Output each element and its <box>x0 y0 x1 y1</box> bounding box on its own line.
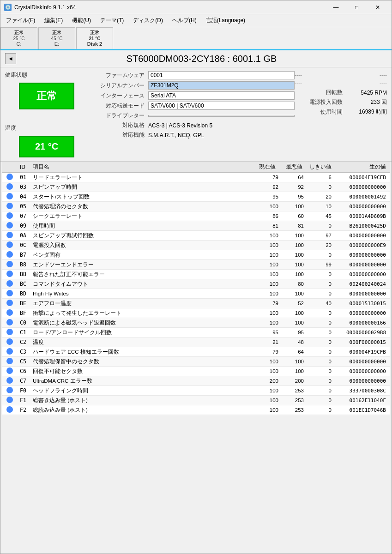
status-dot <box>6 329 13 335</box>
col-current: 現在値 <box>253 162 281 173</box>
dot-cell <box>2 270 17 279</box>
menu-edit[interactable]: 編集(E) <box>40 15 67 26</box>
worst-cell: 100 <box>281 202 307 211</box>
id-cell: C3 <box>17 347 30 357</box>
table-row: F2 総読み込み量 (ホスト) 100 253 0 001EC1D7046B <box>2 405 390 415</box>
maximize-button[interactable]: □ <box>346 0 367 14</box>
disk-tab-disk2-temp: 21 °C <box>82 36 107 41</box>
standard-value: ACS-3 | ACS-3 Revision 5 <box>148 122 295 129</box>
status-dot <box>6 300 13 306</box>
worst-cell: 95 <box>281 192 307 202</box>
menu-disk[interactable]: ディスク(D) <box>128 15 168 26</box>
name-cell: スタート/ストップ回数 <box>30 192 253 202</box>
dot-cell <box>2 367 17 376</box>
raw-cell: 00001A4D609B <box>334 211 390 221</box>
serial-label: シリアルナンバー <box>88 82 148 90</box>
info-right: ---- ---- ---- ---- 回転数 5425 RPM 電源投入回数 … <box>295 71 387 157</box>
worst-cell: 80 <box>281 279 307 289</box>
id-cell: BC <box>17 279 30 289</box>
raw-cell: 002400240024 <box>334 279 390 289</box>
dot-cell <box>2 289 17 299</box>
threshold-cell: 0 <box>307 318 334 328</box>
threshold-cell: 0 <box>307 270 334 279</box>
worst-cell: 100 <box>281 367 307 376</box>
dot-cell <box>2 308 17 318</box>
col-worst: 最悪値 <box>281 162 307 173</box>
main-window: 💿 CrystalDiskInfo 9.1.1 x64 — □ ✕ ファイル(F… <box>0 0 392 554</box>
status-dot <box>6 222 13 229</box>
current-cell: 100 <box>253 318 281 328</box>
dot-cell <box>2 299 17 308</box>
interface-value: Serial ATA <box>148 91 295 100</box>
id-cell: 03 <box>17 182 30 192</box>
table-row: C0 電源断による磁気ヘッド退避回数 100 100 0 00000000016… <box>2 318 390 328</box>
threshold-cell: 40 <box>307 299 334 308</box>
title-bar-controls: — □ ✕ <box>326 0 388 14</box>
disk-tab-c[interactable]: 正常 25 °C C: <box>0 27 37 49</box>
nav-prev-button[interactable]: ◄ <box>5 53 16 64</box>
threshold-cell: 6 <box>307 173 334 182</box>
interface-label: インターフェース <box>88 92 148 100</box>
disk-tab-e[interactable]: 正常 45 °C E: <box>38 27 75 49</box>
status-dot <box>6 348 13 355</box>
disk-tab-c-letter: C: <box>6 41 31 47</box>
close-button[interactable]: ✕ <box>367 0 388 14</box>
disk-tab-c-status: 正常 <box>6 30 31 36</box>
current-cell: 81 <box>253 221 281 231</box>
worst-cell: 253 <box>281 405 307 415</box>
table-row: B8 エンドツーエンドエラー 100 100 99 000000000000 <box>2 260 390 270</box>
status-dot <box>6 271 13 277</box>
col-threshold: しきい値 <box>307 162 334 173</box>
table-row: C6 回復不可能セクタ数 100 100 0 000000000000 <box>2 367 390 376</box>
raw-cell: 000004F19CFB <box>334 347 390 357</box>
threshold-cell: 0 <box>307 182 334 192</box>
serial-value[interactable]: ZF301M2Q <box>148 81 295 90</box>
raw-cell: 000000001492 <box>334 192 390 202</box>
table-row: 04 スタート/ストップ回数 95 95 20 000000001492 <box>2 192 390 202</box>
threshold-cell: 0 <box>307 396 334 405</box>
dot-cell <box>2 376 17 386</box>
dot-cell <box>2 211 17 221</box>
health-badge: 正常 <box>19 83 74 109</box>
table-row: 03 スピンアップ時間 92 92 0 000000000000 <box>2 182 390 192</box>
worst-cell: 100 <box>281 308 307 318</box>
disk-model-name: ST6000DM003-2CY186 : 6001.1 GB <box>16 54 387 64</box>
current-cell: 100 <box>253 231 281 241</box>
current-cell: 100 <box>253 289 281 299</box>
disk-tab-e-letter: E: <box>44 41 69 47</box>
right-row-power-count: 電源投入回数 233 回 <box>295 98 387 106</box>
raw-cell: 000000000000 <box>334 231 390 241</box>
status-dot <box>6 387 13 393</box>
raw-cell: 000000000000 <box>334 357 390 367</box>
menu-theme[interactable]: テーマ(T) <box>96 15 128 26</box>
current-cell: 95 <box>253 328 281 337</box>
minimize-button[interactable]: — <box>326 0 346 14</box>
col-name: 項目名 <box>30 162 253 173</box>
id-cell: 0A <box>17 231 30 241</box>
table-row: BF 衝撃によって発生したエラーレート 100 100 0 0000000000… <box>2 308 390 318</box>
id-cell: C5 <box>17 357 30 367</box>
status-dot <box>6 406 13 413</box>
id-cell: 01 <box>17 173 30 182</box>
status-dot <box>6 232 13 238</box>
window-title: CrystalDiskInfo 9.1.1 x64 <box>14 4 76 11</box>
current-cell: 100 <box>253 367 281 376</box>
name-cell: スピンアップ時間 <box>30 182 253 192</box>
menu-help[interactable]: ヘルプ(H) <box>168 15 201 26</box>
status-dot <box>6 280 13 287</box>
dot-cell <box>2 405 17 415</box>
menu-function[interactable]: 機能(U) <box>67 15 96 26</box>
worst-cell: 253 <box>281 396 307 405</box>
temp-label: 温度 <box>5 124 16 132</box>
threshold-cell: 0 <box>307 250 334 260</box>
usage-time-label: 使用時間 <box>295 108 346 116</box>
disk-tab-disk2[interactable]: 正常 21 °C Disk 2 <box>76 27 113 49</box>
current-cell: 92 <box>253 182 281 192</box>
table-row: F1 総書き込み量 (ホスト) 100 253 0 00162E11040F <box>2 396 390 405</box>
current-cell: 79 <box>253 299 281 308</box>
menu-file[interactable]: ファイル(F) <box>1 15 40 26</box>
menu-language[interactable]: 言語(Language) <box>201 15 250 26</box>
raw-cell: 0000000000E9 <box>334 241 390 250</box>
table-row: 01 リードエラーレート 79 64 6 000004F19CFB <box>2 173 390 182</box>
name-cell: UltraDMA CRC エラー数 <box>30 376 253 386</box>
